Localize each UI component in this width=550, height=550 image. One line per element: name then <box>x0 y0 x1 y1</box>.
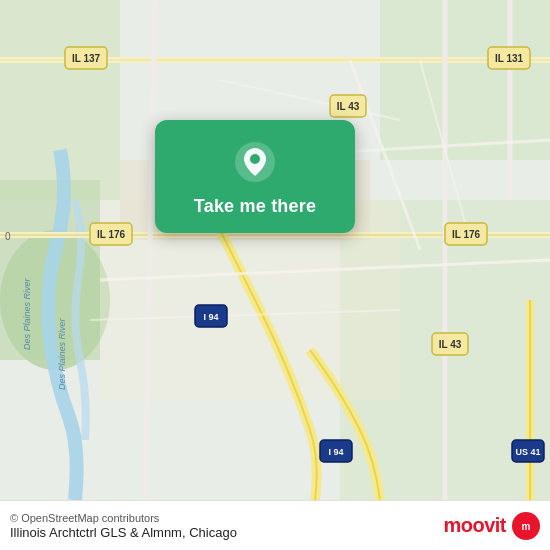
location-pin-icon <box>231 138 279 186</box>
bottom-info: © OpenStreetMap contributors Illinois Ar… <box>10 512 237 540</box>
svg-text:0: 0 <box>5 231 11 242</box>
map-container: IL 137 IL 43 IL 131 IL 176 IL 176 IL 43 … <box>0 0 550 500</box>
svg-point-45 <box>250 154 260 164</box>
svg-text:m: m <box>522 521 531 532</box>
svg-rect-4 <box>380 0 550 160</box>
take-me-there-button[interactable]: Take me there <box>155 120 355 233</box>
svg-text:I 94: I 94 <box>328 447 343 457</box>
svg-text:IL 43: IL 43 <box>439 339 462 350</box>
moovit-logo-icon: m <box>512 512 540 540</box>
svg-text:Des Plaines River: Des Plaines River <box>57 317 67 390</box>
map-background: IL 137 IL 43 IL 131 IL 176 IL 176 IL 43 … <box>0 0 550 500</box>
take-me-there-label: Take me there <box>194 196 316 217</box>
osm-attribution: © OpenStreetMap contributors <box>10 512 237 524</box>
svg-text:IL 137: IL 137 <box>72 53 101 64</box>
svg-text:I 94: I 94 <box>203 312 218 322</box>
svg-text:IL 176: IL 176 <box>452 229 481 240</box>
svg-text:US 41: US 41 <box>515 447 540 457</box>
svg-text:IL 176: IL 176 <box>97 229 126 240</box>
svg-text:Des Plaines River: Des Plaines River <box>22 277 32 350</box>
location-name-label: Illinois Archtctrl GLS & Almnm, Chicago <box>10 525 237 540</box>
svg-text:IL 43: IL 43 <box>337 101 360 112</box>
svg-text:IL 131: IL 131 <box>495 53 524 64</box>
moovit-text: moovit <box>443 514 506 537</box>
moovit-branding: moovit m <box>443 512 540 540</box>
bottom-bar: © OpenStreetMap contributors Illinois Ar… <box>0 500 550 550</box>
